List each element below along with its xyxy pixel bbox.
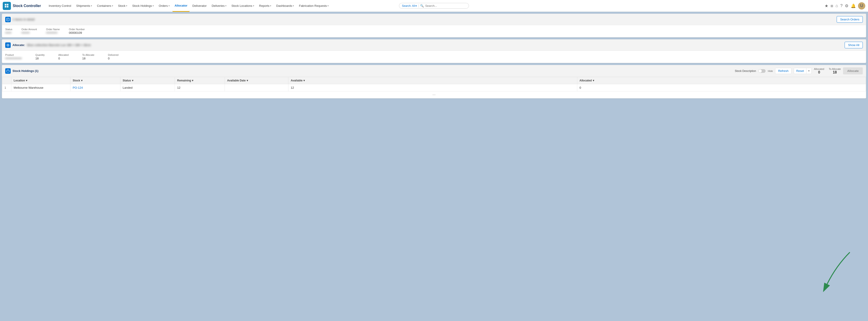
col-num bbox=[2, 77, 11, 84]
search-orders-button[interactable]: Search Orders bbox=[837, 16, 863, 23]
search-input[interactable] bbox=[425, 4, 466, 7]
stock-controls: Stock Description Hide Refresh Reset ▾ A… bbox=[735, 67, 863, 74]
order-card-header: 1 items in detail Search Orders bbox=[2, 14, 866, 25]
col-stock[interactable]: Stock ▾ bbox=[70, 77, 120, 84]
nav-label-dashboards: Dashboards bbox=[276, 4, 292, 7]
nav-item-reports[interactable]: Reports ▾ bbox=[257, 0, 274, 12]
col-remaining[interactable]: Remaining ▾ bbox=[175, 77, 225, 84]
refresh-button[interactable]: Refresh bbox=[775, 68, 792, 74]
nav-item-fabrication-requests[interactable]: Fabrication Requests ▾ bbox=[297, 0, 331, 12]
help-icon[interactable]: ? bbox=[840, 3, 843, 8]
col-available[interactable]: Available ▾ bbox=[288, 77, 577, 84]
allocate-button[interactable]: Allocate bbox=[843, 67, 863, 74]
to-allocate-count-value: 18 bbox=[829, 70, 841, 74]
settings-icon[interactable]: ⚙ bbox=[845, 3, 848, 8]
col-location[interactable]: Location ▾ bbox=[11, 77, 70, 84]
allocated-value: 0 bbox=[580, 86, 581, 90]
stock-holdings-header: Stock Holdings (1) Stock Description Hid… bbox=[2, 65, 866, 77]
notifications-icon[interactable]: 🔔 bbox=[851, 3, 856, 8]
nav-label-orders: Orders bbox=[159, 4, 168, 7]
sort-icon: ▾ bbox=[81, 79, 83, 82]
status-value: •••••• bbox=[5, 31, 11, 34]
stock-table-container: Location ▾ Stock ▾ Statu bbox=[2, 77, 866, 98]
allocated-count-value: 0 bbox=[814, 70, 824, 74]
nav-item-inventory-control[interactable]: Inventory Control bbox=[46, 0, 73, 12]
available-date-cell bbox=[225, 84, 288, 92]
status-cell: Landed bbox=[120, 84, 175, 92]
nav-item-stock[interactable]: Stock ▾ bbox=[116, 0, 130, 12]
location-cell: Melbourne Warehouse bbox=[11, 84, 70, 92]
more-button[interactable]: ··· bbox=[2, 92, 866, 98]
nav-item-stock-holdings[interactable]: Stock Holdings ▾ bbox=[130, 0, 156, 12]
allocated-label: Allocated bbox=[58, 54, 69, 56]
home-icon[interactable]: ⌂ bbox=[836, 3, 838, 8]
sort-icon: ▾ bbox=[303, 79, 305, 82]
nav-label-reports: Reports bbox=[259, 4, 270, 7]
hide-label: Hide bbox=[768, 70, 773, 72]
order-name-label: Order Name bbox=[46, 28, 60, 31]
delivered-field: Delivered 0 bbox=[108, 54, 118, 60]
allocate-card: Allocate: Blue collection Barcelo Lux 18… bbox=[2, 39, 866, 63]
allocate-card-title: Allocate: Blue collection Barcelo Lux 18… bbox=[12, 43, 843, 47]
allocated-info: Allocated 0 To Allocate 18 bbox=[814, 68, 841, 74]
chevron-down-icon: ▾ bbox=[91, 4, 92, 7]
nav-item-dashboards[interactable]: Dashboards ▾ bbox=[274, 0, 296, 12]
nav-label-stock-holdings: Stock Holdings bbox=[132, 4, 152, 7]
nav-label-shipments: Shipments bbox=[76, 4, 90, 7]
nav-item-orders[interactable]: Orders ▾ bbox=[156, 0, 172, 12]
allocate-card-header: Allocate: Blue collection Barcelo Lux 18… bbox=[2, 39, 866, 51]
row-num-cell: 1 bbox=[2, 84, 11, 92]
more-symbol: ··· bbox=[432, 93, 435, 97]
order-card-title: 1 items in detail bbox=[12, 18, 835, 21]
waffle-icon[interactable]: ⊞ bbox=[831, 4, 833, 8]
table-row: 1 Melbourne Warehouse PO-124 Landed 12 bbox=[2, 84, 866, 92]
stock-card-icon bbox=[5, 68, 11, 74]
status-value: Landed bbox=[123, 86, 132, 90]
quantity-value: 18 bbox=[35, 57, 39, 60]
reset-button[interactable]: Reset bbox=[794, 68, 806, 74]
allocated-value: 0 bbox=[58, 57, 60, 60]
remaining-cell: 12 bbox=[175, 84, 225, 92]
stock-holdings-table: Location ▾ Stock ▾ Statu bbox=[2, 77, 866, 92]
order-name-value: ••••••••••• bbox=[46, 31, 58, 34]
chevron-down-icon: ▾ bbox=[293, 4, 294, 7]
chevron-down-icon: ▾ bbox=[112, 4, 113, 7]
product-value: •••••••••••••••• bbox=[5, 57, 22, 60]
nav-label-allocator: Allocator bbox=[175, 4, 187, 7]
to-allocate-count-label: To Allocate bbox=[829, 68, 841, 70]
sort-icon: ▾ bbox=[247, 79, 248, 82]
nav-item-containers[interactable]: Containers ▾ bbox=[95, 0, 115, 12]
svg-rect-4 bbox=[7, 18, 9, 21]
nav-item-deliveries[interactable]: Deliveries ▾ bbox=[209, 0, 229, 12]
reset-dropdown-button[interactable]: ▾ bbox=[806, 68, 812, 74]
avatar[interactable]: U bbox=[858, 2, 865, 9]
search-bar: Search: All ▾ 🔍 bbox=[399, 3, 469, 9]
nav-item-deliverator[interactable]: Deliverator bbox=[190, 0, 209, 12]
avatar-initials: U bbox=[860, 3, 863, 8]
product-field: Product •••••••••••••••• bbox=[5, 54, 22, 60]
sort-icon: ▾ bbox=[593, 79, 594, 82]
nav-item-shipments[interactable]: Shipments ▾ bbox=[74, 0, 94, 12]
allocate-card-body: Product •••••••••••••••• Quantity 18 All… bbox=[2, 51, 866, 63]
col-status[interactable]: Status ▾ bbox=[120, 77, 175, 84]
col-allocated[interactable]: Allocated ▾ bbox=[577, 77, 866, 84]
nav-icons: ★ ⊞ ⌂ ? ⚙ 🔔 U bbox=[825, 2, 865, 9]
nav-label-stock-locations: Stock Locations bbox=[231, 4, 252, 7]
order-amount-field: Order Amount •••••••• bbox=[21, 28, 37, 34]
favorites-icon[interactable]: ★ bbox=[825, 3, 828, 8]
to-allocate-value: 18 bbox=[82, 57, 85, 60]
nav-item-stock-locations[interactable]: Stock Locations ▾ bbox=[229, 0, 256, 12]
row-number: 1 bbox=[4, 86, 6, 90]
allocate-title-blurred: Blue collection Barcelo Lux 180 × 180 × … bbox=[27, 43, 91, 47]
order-card-icon bbox=[5, 17, 11, 22]
sort-icon: ▾ bbox=[192, 79, 193, 82]
order-amount-label: Order Amount bbox=[21, 28, 37, 31]
show-all-button[interactable]: Show All bbox=[845, 42, 863, 48]
stock-link[interactable]: PO-124 bbox=[73, 86, 83, 90]
search-type-selector[interactable]: Search: All ▾ bbox=[402, 4, 419, 7]
stock-description-toggle[interactable] bbox=[758, 69, 766, 73]
nav-item-allocator[interactable]: Allocator bbox=[173, 0, 190, 12]
search-type-chevron: ▾ bbox=[415, 4, 417, 7]
order-meta: Status •••••• Order Amount •••••••• Orde… bbox=[5, 28, 863, 34]
col-available-date[interactable]: Available Date ▾ bbox=[225, 77, 288, 84]
